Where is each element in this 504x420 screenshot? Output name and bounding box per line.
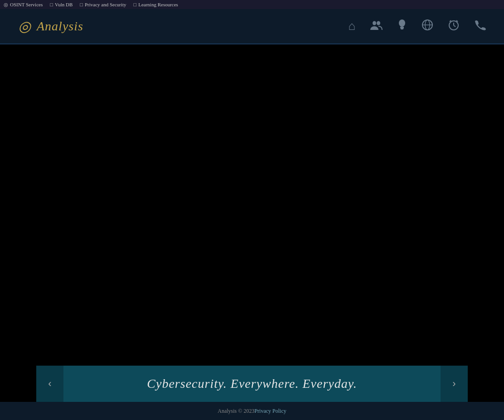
osint-icon: ◎ <box>4 2 8 8</box>
prev-icon: ‹ <box>48 378 51 390</box>
logo-icon: ◎ <box>18 18 31 35</box>
privacy-icon: □ <box>80 2 83 7</box>
osint-label: OSINT Services <box>10 2 43 7</box>
logo-text: Analysis <box>37 19 83 34</box>
learning-label: Learning Resources <box>138 2 178 7</box>
alarm-icon[interactable] <box>448 19 460 34</box>
logo[interactable]: ◎ Analysis <box>18 18 83 35</box>
globe-icon[interactable] <box>422 19 433 34</box>
svg-point-1 <box>377 21 380 25</box>
header: ◎ Analysis ⌂ <box>0 9 504 44</box>
top-nav: ◎ OSINT Services □ Vuln DB □ Privacy and… <box>0 0 504 9</box>
svg-rect-4 <box>401 29 403 29</box>
footer-text: Analysis © 2023 <box>218 408 254 415</box>
privacy-label: Privacy and Security <box>85 2 126 7</box>
slider-text: Cybersecurity. Everywhere. Everyday. <box>63 377 441 391</box>
people-icon[interactable] <box>370 19 383 34</box>
lightbulb-icon[interactable] <box>397 19 407 34</box>
learning-icon: □ <box>134 2 137 7</box>
vuln-label: Vuln DB <box>55 2 73 7</box>
slider-next-button[interactable]: › <box>441 366 468 402</box>
svg-point-2 <box>399 19 405 27</box>
nav-osint-services[interactable]: ◎ OSINT Services <box>4 2 43 8</box>
slider-prev-button[interactable]: ‹ <box>36 366 63 402</box>
next-icon: › <box>452 378 456 390</box>
phone-icon[interactable] <box>474 19 486 34</box>
home-icon[interactable]: ⌂ <box>348 19 355 33</box>
header-icons: ⌂ <box>348 19 486 34</box>
main-content <box>0 44 504 366</box>
privacy-policy-link[interactable]: Privacy Policy <box>254 408 286 415</box>
svg-point-0 <box>373 21 376 25</box>
slider: ‹ Cybersecurity. Everywhere. Everyday. › <box>36 366 468 402</box>
svg-line-10 <box>454 25 456 27</box>
vuln-icon: □ <box>50 2 53 7</box>
nav-learning-resources[interactable]: □ Learning Resources <box>134 2 178 7</box>
nav-privacy-security[interactable]: □ Privacy and Security <box>80 2 126 7</box>
nav-vuln-db[interactable]: □ Vuln DB <box>50 2 73 7</box>
svg-rect-3 <box>400 27 404 29</box>
footer: Analysis © 2023 Privacy Policy <box>0 402 504 420</box>
